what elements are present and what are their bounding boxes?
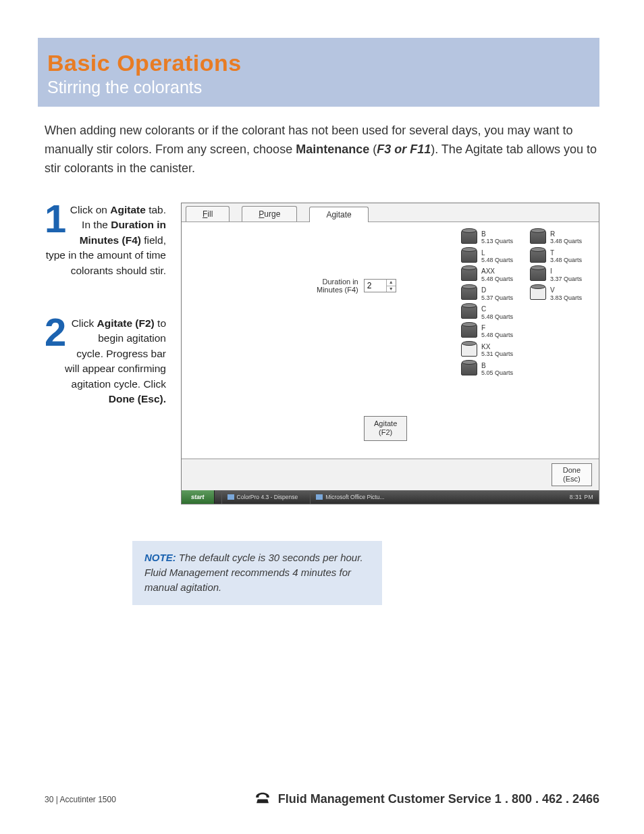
canister-code: D [481,286,513,294]
footer-page-info: 30 | Accutinter 1500 [45,795,116,804]
spinner-down-icon[interactable]: ▼ [387,286,396,292]
canister-code: C [481,305,513,313]
done-button[interactable]: Done (Esc) [552,463,592,486]
canister-code: B [481,230,513,238]
canister-icon [461,267,477,281]
duration-spinner[interactable]: ▲ ▼ [364,279,396,292]
canister-item: AXX5.48 Quarts [461,267,523,282]
canister-qty: 3.37 Quarts [550,276,582,282]
canister-item [530,362,592,377]
note-box: NOTE: The default cycle is 30 seconds pe… [132,541,382,605]
step-2: 2 Click Agitate (F2) to begin agitation … [45,316,166,407]
spinner-arrows[interactable]: ▲ ▼ [386,280,396,292]
agitate-panel: Duration in Minutes (F4) ▲ ▼ Agitate [182,222,457,459]
canister-item: I3.37 Quarts [530,267,592,282]
canister-code: I [550,267,582,276]
canister-icon [461,249,477,263]
canister-grid: B5.13 QuartsR3.48 QuartsL5.48 QuartsT3.4… [457,222,599,459]
canister-icon [530,286,546,300]
canister-qty: 5.48 Quarts [481,313,513,320]
canister-icon [461,343,477,357]
canister-item: T3.48 Quarts [530,249,592,264]
taskbar-item-office[interactable]: Microsoft Office Pictu... [310,490,390,504]
canister-icon [530,249,546,263]
tab-agitate[interactable]: Agitate [309,207,368,222]
tab-fill[interactable]: Fill [186,206,230,221]
canister-item [530,305,592,320]
canister-icon [530,230,546,244]
spinner-up-icon[interactable]: ▲ [387,280,396,286]
page-banner: Basic Operations Stirring the colorants [38,38,599,107]
page-title: Basic Operations [47,50,590,76]
duration-group: Duration in Minutes (F4) ▲ ▼ [317,278,396,294]
canister-qty: 5.13 Quarts [481,238,513,244]
canister-code: V [550,286,582,294]
canister-qty: 5.37 Quarts [481,294,513,301]
dialog-footer: Done (Esc) [182,459,599,490]
page-subtitle: Stirring the colorants [47,78,590,97]
duration-input[interactable] [365,280,386,292]
canister-item: B5.05 Quarts [461,362,523,377]
canister-item: KX5.31 Quarts [461,343,523,358]
canister-item: R3.48 Quarts [530,230,592,245]
canister-qty: 5.31 Quarts [481,350,513,357]
canister-icon [530,267,546,281]
canister-item [530,324,592,339]
canister-item: B5.13 Quarts [461,230,523,245]
canister-qty: 5.48 Quarts [481,332,513,338]
canister-code: F [481,324,513,332]
canister-code: B [481,362,513,370]
canister-qty: 3.83 Quarts [550,294,582,301]
canister-qty: 5.48 Quarts [481,276,513,282]
step-1: 1 Click on Agitate tab. In the Duration … [45,203,166,278]
canister-code: R [550,230,582,238]
canister-qty: 3.48 Quarts [550,238,582,244]
canister-qty: 5.05 Quarts [481,369,513,376]
canister-qty: 3.48 Quarts [550,257,582,263]
canister-icon [461,305,477,319]
canister-item: V3.83 Quarts [530,286,592,301]
tab-purge[interactable]: Purge [242,206,297,221]
phone-icon [254,790,271,808]
note-body: The default cycle is 30 seconds per hour… [144,552,363,593]
canister-icon [461,230,477,244]
windows-taskbar: start ColorPro 4.3 - Dispense Microsoft … [182,490,599,504]
steps-column: 1 Click on Agitate tab. In the Duration … [45,203,166,445]
step-2-number: 2 [45,316,66,348]
canister-item: F5.48 Quarts [461,324,523,339]
canister-icon [461,286,477,300]
canister-code: KX [481,343,513,351]
canister-item: D5.37 Quarts [461,286,523,301]
note-label: NOTE: [144,552,176,563]
system-tray-time: 8:31 PM [570,494,593,500]
canister-item [530,343,592,358]
page-footer: 30 | Accutinter 1500 Fluid Management Cu… [45,790,599,808]
canister-icon [461,324,477,338]
canister-code: AXX [481,267,513,276]
intro-paragraph: When adding new colorants or if the colo… [45,122,599,178]
canister-qty: 5.48 Quarts [481,257,513,263]
tab-bar: Fill Purge Agitate [182,203,599,222]
duration-label: Duration in Minutes (F4) [317,278,358,294]
agitate-button[interactable]: Agitate (F2) [364,416,407,440]
canister-item: L5.48 Quarts [461,249,523,264]
canister-item: C5.48 Quarts [461,305,523,320]
start-button[interactable]: start [182,490,215,504]
application-screenshot: Fill Purge Agitate Duration in Minutes (… [181,203,599,504]
step-1-number: 1 [45,203,66,235]
canister-code: T [550,249,582,257]
canister-code: L [481,249,513,257]
footer-customer-service: Fluid Management Customer Service 1 . 80… [254,790,599,808]
canister-icon [461,362,477,375]
taskbar-item-colorpro[interactable]: ColorPro 4.3 - Dispense [221,490,304,504]
